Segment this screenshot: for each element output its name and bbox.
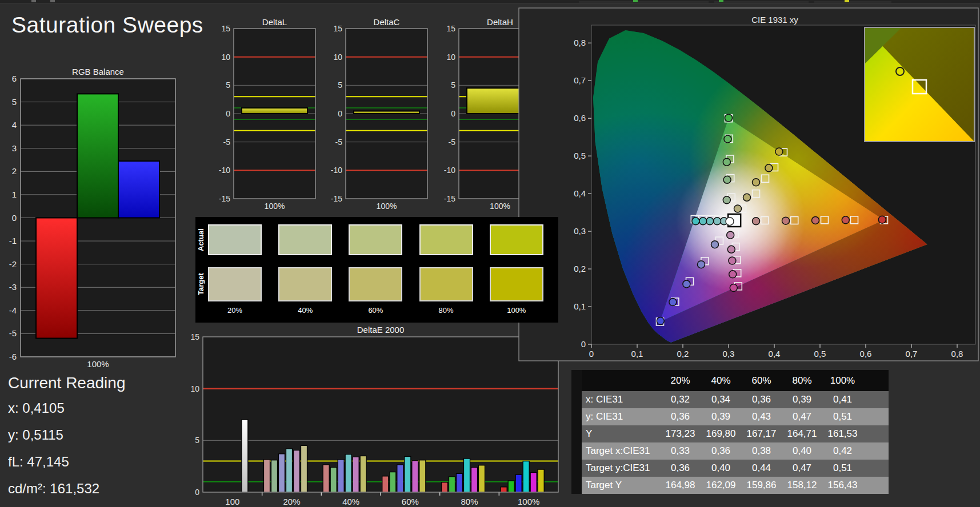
chart-title: DeltaE 2000 xyxy=(357,325,405,335)
deltae-bar xyxy=(382,476,389,492)
table-cell: 159,86 xyxy=(741,477,782,494)
table-cell: 0,32 xyxy=(660,391,701,408)
rgb-ytick: 2 xyxy=(12,166,17,176)
rgb-ytick: -6 xyxy=(9,352,17,361)
rgb-ytick: 6 xyxy=(12,74,17,83)
measured-circle-blue xyxy=(657,317,664,325)
swatch-row-label-actual: Actual xyxy=(197,220,205,260)
deltae-ytick: 5 xyxy=(195,436,199,445)
measured-circle-yellow xyxy=(765,164,773,172)
measured-circle-blue xyxy=(711,241,719,248)
swatch-actual-100% xyxy=(490,224,543,255)
measured-circle-red xyxy=(842,216,849,224)
deltae-bar xyxy=(353,457,359,492)
deltae-bar xyxy=(323,465,329,492)
deltae-bar xyxy=(501,487,507,492)
delta-ytick: 0 xyxy=(338,109,342,118)
table-cell xyxy=(863,477,889,494)
current-reading-x: x: 0,4105 xyxy=(8,400,125,416)
current-reading-cdm2: cd/m²: 161,532 xyxy=(8,481,125,497)
current-reading-title: Current Reading xyxy=(8,374,125,392)
cie-ytick: 0,7 xyxy=(574,75,586,85)
delta-bar xyxy=(354,111,419,114)
swatch-actual-40% xyxy=(278,224,332,255)
cie-xtick: 0,8 xyxy=(951,349,963,359)
deltae-bar xyxy=(390,472,396,492)
delta-ytick: 10 xyxy=(221,53,230,62)
table-cell: 164,71 xyxy=(782,425,822,442)
table-row-label: x: CIE31 xyxy=(582,391,660,408)
chart-title: DeltaL xyxy=(262,17,287,27)
chart-xlabel: 100% xyxy=(490,202,510,211)
table-cell: 0,40 xyxy=(701,460,741,477)
measured-circle-magenta xyxy=(727,246,735,253)
deltae-bar xyxy=(338,460,344,492)
table-row: Target x:CIE310,330,360,380,400,42 xyxy=(571,442,889,460)
measured-circle-magenta xyxy=(729,271,737,278)
deltae-xtick: 20% xyxy=(283,497,300,506)
table-cell: 0,47 xyxy=(782,408,822,425)
chart-xlabel: 100% xyxy=(377,202,397,211)
chart-xlabel: 100% xyxy=(265,202,285,211)
deltae-bar xyxy=(530,473,537,492)
deltae-bar xyxy=(449,477,455,492)
deltal-chart: 151050-5-10-15DeltaL100% xyxy=(219,17,315,211)
measured-circle-green xyxy=(725,114,733,122)
swatch-target-100% xyxy=(490,267,543,301)
table-cell: 60% xyxy=(741,370,782,391)
table-cell: 80% xyxy=(782,370,822,391)
delta-ytick: 15 xyxy=(446,24,455,33)
cie-inset xyxy=(865,27,974,142)
measured-circle-magenta xyxy=(729,257,736,264)
cie-xtick: 0,2 xyxy=(677,349,689,359)
deltae-bar xyxy=(279,454,285,492)
delta-ytick: -10 xyxy=(444,166,455,175)
current-reading: Current Reading x: 0,4105 y: 0,5115 fL: … xyxy=(8,374,125,507)
deltae-xtick: 60% xyxy=(402,497,419,506)
delta-ytick: -10 xyxy=(331,166,342,175)
chart-title: CIE 1931 xy xyxy=(751,15,798,25)
measured-circle-green xyxy=(723,196,730,204)
delta-ytick: 5 xyxy=(226,81,230,90)
deltae-bar xyxy=(397,465,403,492)
swatch-col-label: 100% xyxy=(490,306,543,315)
table-gutter xyxy=(571,442,582,460)
table-cell: 20% xyxy=(660,370,701,391)
table-row-label: Target Y xyxy=(582,477,660,494)
delta-ytick: -5 xyxy=(335,138,343,147)
measured-circle-red xyxy=(878,216,886,223)
table-cell xyxy=(863,442,889,460)
table-cell: 0,36 xyxy=(660,408,701,425)
swatch-target-60% xyxy=(349,267,402,301)
deltae-bar xyxy=(412,461,418,492)
delta-ytick: 15 xyxy=(333,24,342,33)
table-cell: 167,17 xyxy=(741,425,782,442)
measured-circle-yellow xyxy=(734,205,742,212)
deltae-ytick: 15 xyxy=(190,332,199,341)
measured-circle-blue xyxy=(698,261,705,268)
swatch-col-label: 80% xyxy=(419,306,473,315)
cie-ytick: 0,3 xyxy=(574,226,586,236)
table-cell: 0,51 xyxy=(822,460,863,477)
cie-xtick: 0,6 xyxy=(860,349,872,359)
swatch-target-40% xyxy=(278,267,332,301)
deltae-xtick: 100 xyxy=(225,497,239,506)
swatch-actual-20% xyxy=(208,224,262,255)
cie-ytick: 0,2 xyxy=(574,264,586,273)
swatch-col-label: 60% xyxy=(349,306,402,315)
table-cell: 0,36 xyxy=(660,460,701,477)
delta-ytick: -10 xyxy=(219,166,230,175)
deltae-bar xyxy=(538,469,544,492)
measured-circle-cyan xyxy=(706,218,714,225)
deltae-bar xyxy=(242,420,248,492)
delta-bar xyxy=(242,108,307,114)
cie-ytick: 0 xyxy=(581,339,586,349)
table-cell: 173,23 xyxy=(660,425,701,442)
table-cell: 40% xyxy=(701,370,741,391)
swatch-row-label-target: Target xyxy=(197,264,205,304)
cie-xtick: 0,1 xyxy=(631,349,643,359)
deltae-bar xyxy=(330,467,337,492)
deltae-bar xyxy=(479,465,485,492)
measured-circle-red xyxy=(812,216,819,224)
cie-ytick: 0,5 xyxy=(574,151,586,160)
